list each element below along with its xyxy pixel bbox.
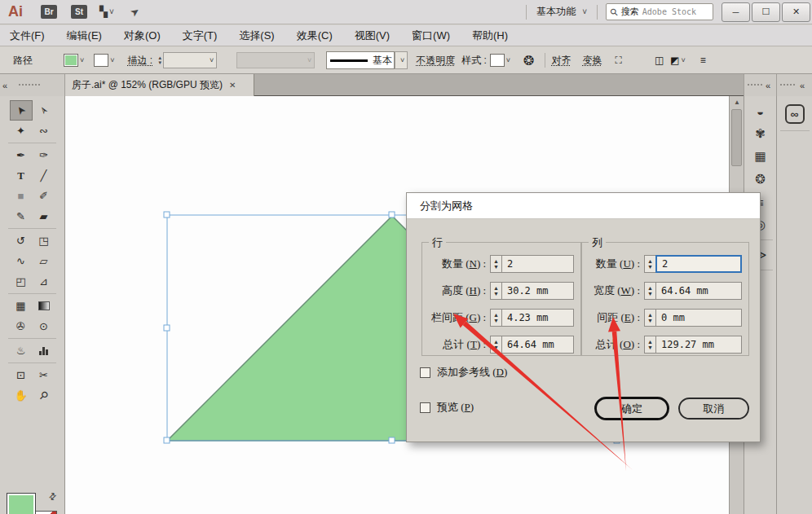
chevron-down-icon[interactable]: ˅ bbox=[682, 56, 686, 64]
eraser-tool[interactable]: ▰ bbox=[33, 206, 55, 226]
document-tab[interactable]: 房子.ai* @ 152% (RGB/GPU 预览) ✕ bbox=[65, 74, 254, 96]
share-icon[interactable]: ➤ bbox=[128, 4, 143, 20]
free-transform-tool[interactable]: ▱ bbox=[33, 251, 55, 271]
shape-builder-tool[interactable]: ◰ bbox=[10, 271, 33, 292]
close-button[interactable]: ✕ bbox=[782, 2, 810, 22]
brush-definition-dropdown[interactable]: ˅ bbox=[395, 51, 408, 69]
column-total-stepper[interactable]: ▲▼ bbox=[644, 336, 655, 354]
column-graph-tool[interactable] bbox=[33, 340, 55, 361]
scroll-up-icon[interactable]: ▲ bbox=[730, 96, 744, 108]
control-panel-menu-icon[interactable]: ≡ bbox=[700, 55, 706, 66]
pencil-tool[interactable]: ✎ bbox=[10, 206, 33, 226]
cancel-button[interactable]: 取消 bbox=[678, 398, 749, 420]
collapse-dock-icon[interactable]: « bbox=[800, 81, 805, 90]
chevron-down-icon[interactable]: ˅ bbox=[582, 7, 587, 16]
maximize-button[interactable]: ☐ bbox=[752, 2, 780, 22]
lasso-tool[interactable]: ∾ bbox=[33, 121, 55, 141]
search-input[interactable]: ⚲ 搜索 Adobe Stock bbox=[606, 3, 713, 20]
dialog-title-bar[interactable]: 分割为网格 bbox=[407, 193, 760, 219]
preview-checkbox[interactable] bbox=[420, 402, 430, 413]
rectangle-tool[interactable]: ■ bbox=[10, 186, 33, 206]
style-swatch[interactable] bbox=[490, 54, 505, 67]
slice-tool[interactable]: ✂ bbox=[33, 365, 55, 385]
column-total-input[interactable]: 129.27 mm bbox=[655, 336, 742, 354]
artboard-tool[interactable]: ⊡ bbox=[10, 365, 33, 385]
row-count-stepper[interactable]: ▲▼ bbox=[490, 255, 501, 273]
menu-view[interactable]: 视图(V) bbox=[355, 29, 390, 43]
transform-button[interactable]: 变换 bbox=[581, 54, 604, 68]
bridge-button[interactable]: Br bbox=[41, 5, 57, 19]
row-height-stepper[interactable]: ▲▼ bbox=[490, 282, 501, 300]
stroke-color-swatch[interactable] bbox=[94, 54, 108, 67]
stroke-weight-label[interactable]: 描边 : bbox=[128, 54, 153, 68]
panel-grip[interactable] bbox=[19, 84, 40, 86]
gradient-tool[interactable] bbox=[33, 296, 55, 316]
chevron-down-icon[interactable]: ˅ bbox=[110, 56, 114, 64]
direct-selection-tool[interactable]: ➢ bbox=[33, 100, 55, 121]
menu-file[interactable]: 文件(F) bbox=[10, 29, 45, 43]
blend-tool[interactable]: ⊙ bbox=[33, 316, 55, 336]
row-total-stepper[interactable]: ▲▼ bbox=[490, 336, 501, 354]
scrollbar-thumb[interactable] bbox=[731, 109, 742, 166]
color-panel-icon[interactable]: ◒ bbox=[749, 99, 772, 122]
menu-object[interactable]: 对象(O) bbox=[124, 29, 161, 43]
collapse-dock-icon[interactable]: « bbox=[766, 81, 770, 90]
creative-cloud-icon[interactable]: ∞ bbox=[785, 104, 805, 124]
swap-fill-stroke-icon[interactable]: ⇄ bbox=[46, 490, 60, 503]
zoom-tool[interactable]: ⚲ bbox=[33, 385, 55, 406]
width-tool[interactable]: ∿ bbox=[10, 251, 33, 271]
row-total-input[interactable]: 64.64 mm bbox=[501, 336, 574, 354]
column-count-input[interactable]: 2 bbox=[655, 255, 742, 273]
rotate-tool[interactable]: ↺ bbox=[10, 231, 33, 251]
symbol-sprayer-tool[interactable]: ♨ bbox=[10, 340, 33, 361]
paintbrush-tool[interactable]: ✐ bbox=[33, 186, 55, 206]
row-height-input[interactable]: 30.2 mm bbox=[501, 282, 574, 300]
close-tab-icon[interactable]: ✕ bbox=[229, 81, 236, 90]
align-button[interactable]: 对齐 bbox=[550, 54, 573, 68]
arrange-documents-icon[interactable]: ▚ bbox=[99, 6, 106, 18]
column-gutter-stepper[interactable]: ▲▼ bbox=[644, 309, 655, 327]
recolor-artwork-icon[interactable]: ❂ bbox=[523, 53, 534, 68]
minimize-button[interactable]: ─ bbox=[722, 2, 750, 22]
chevron-down-icon[interactable]: ˅ bbox=[109, 7, 114, 16]
swatches-panel-icon[interactable]: ▦ bbox=[749, 145, 772, 168]
chevron-down-icon[interactable]: ˅ bbox=[80, 56, 84, 64]
row-gutter-stepper[interactable]: ▲▼ bbox=[490, 309, 501, 327]
stroke-weight-combo[interactable]: ˅ bbox=[163, 52, 217, 68]
color-guide-panel-icon[interactable]: ❂ bbox=[749, 168, 772, 191]
fill-proxy-swatch[interactable] bbox=[7, 493, 36, 514]
pen-tool[interactable]: ✒ bbox=[10, 145, 33, 165]
opacity-label[interactable]: 不透明度 bbox=[416, 54, 455, 68]
chevron-down-icon[interactable]: ˅ bbox=[506, 56, 510, 64]
column-width-stepper[interactable]: ▲▼ bbox=[644, 282, 655, 300]
line-segment-tool[interactable]: ╱ bbox=[33, 165, 55, 186]
row-count-input[interactable]: 2 bbox=[501, 255, 574, 273]
fill-color-swatch[interactable] bbox=[64, 54, 78, 67]
menu-window[interactable]: 窗口(W) bbox=[412, 29, 450, 43]
mesh-tool[interactable]: ▦ bbox=[10, 296, 33, 316]
brush-definition-combo[interactable]: 基本 bbox=[326, 51, 395, 69]
eyedropper-tool[interactable]: ✇ bbox=[10, 316, 33, 336]
stroke-weight-stepper[interactable]: ▲▼ bbox=[157, 55, 162, 65]
type-tool[interactable]: T bbox=[10, 165, 33, 186]
align-objects-icon[interactable]: ◫ bbox=[655, 55, 664, 66]
brushes-panel-icon[interactable]: ✾ bbox=[749, 122, 772, 145]
perspective-grid-tool[interactable]: ⊿ bbox=[33, 271, 55, 292]
align-anchor-icon[interactable]: ◩ bbox=[670, 55, 679, 66]
selection-tool[interactable]: ➤ bbox=[10, 100, 33, 121]
add-guides-checkbox[interactable] bbox=[420, 367, 430, 378]
row-gutter-input[interactable]: 4.23 mm bbox=[501, 309, 574, 327]
menu-type[interactable]: 文字(T) bbox=[183, 29, 218, 43]
menu-edit[interactable]: 编辑(E) bbox=[67, 29, 102, 43]
curvature-tool[interactable]: ✑ bbox=[33, 145, 55, 165]
stock-button[interactable]: St bbox=[71, 5, 87, 19]
free-transform-icon[interactable]: ⛶ bbox=[616, 55, 622, 66]
collapse-panel-icon[interactable]: « bbox=[2, 81, 7, 90]
panel-grip[interactable] bbox=[780, 84, 795, 86]
menu-select[interactable]: 选择(S) bbox=[239, 29, 274, 43]
column-count-stepper[interactable]: ▲▼ bbox=[644, 255, 655, 273]
menu-help[interactable]: 帮助(H) bbox=[472, 29, 508, 43]
workspace-switcher[interactable]: 基本功能 bbox=[536, 5, 576, 19]
hand-tool[interactable]: ✋ bbox=[10, 385, 33, 406]
scale-tool[interactable]: ◳ bbox=[33, 231, 55, 251]
